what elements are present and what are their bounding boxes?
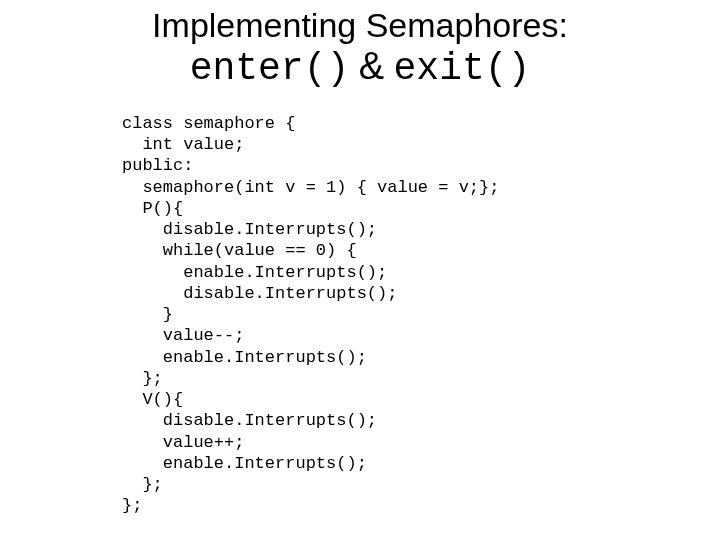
code-line: enable.Interrupts(); bbox=[122, 454, 367, 473]
code-line: value--; bbox=[122, 326, 244, 345]
code-line: disable.Interrupts(); bbox=[122, 220, 377, 239]
title-line1: Implementing Semaphores: bbox=[152, 6, 568, 44]
code-line: class semaphore { bbox=[122, 114, 295, 133]
code-line: }; bbox=[122, 496, 142, 515]
title-code-enter: enter() bbox=[190, 47, 350, 90]
code-line: enable.Interrupts(); bbox=[122, 348, 367, 367]
code-line: } bbox=[122, 305, 173, 324]
code-line: }; bbox=[122, 369, 163, 388]
code-line: value++; bbox=[122, 433, 244, 452]
code-block: class semaphore { int value; public: sem… bbox=[122, 113, 720, 517]
code-line: while(value == 0) { bbox=[122, 241, 357, 260]
code-line: disable.Interrupts(); bbox=[122, 284, 397, 303]
code-line: semaphore(int v = 1) { value = v;}; bbox=[122, 178, 499, 197]
slide-title: Implementing Semaphores: enter() & exit(… bbox=[0, 0, 720, 91]
code-line: }; bbox=[122, 475, 163, 494]
code-line: public: bbox=[122, 156, 193, 175]
code-line: V(){ bbox=[122, 390, 183, 409]
slide: Implementing Semaphores: enter() & exit(… bbox=[0, 0, 720, 540]
title-amp: & bbox=[359, 45, 384, 87]
code-line: disable.Interrupts(); bbox=[122, 411, 377, 430]
code-line: P(){ bbox=[122, 199, 183, 218]
code-line: int value; bbox=[122, 135, 244, 154]
code-line: enable.Interrupts(); bbox=[122, 263, 387, 282]
title-code-exit: exit() bbox=[394, 47, 531, 90]
